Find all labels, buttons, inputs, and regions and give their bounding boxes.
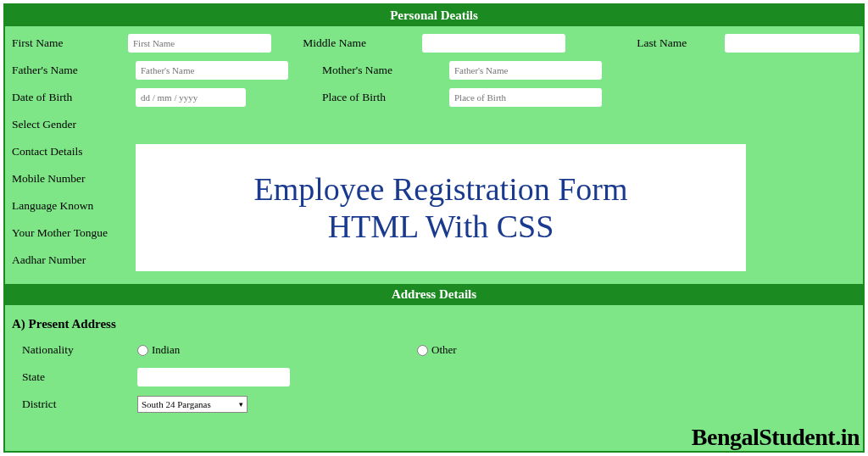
first-name-input[interactable] <box>128 34 271 53</box>
language-known-label: Language Known <box>8 199 136 213</box>
last-name-label: Last Name <box>637 36 724 50</box>
first-name-label: First Name <box>8 36 128 50</box>
mothers-name-input[interactable] <box>449 61 602 80</box>
middle-name-label: Middle Name <box>303 36 422 50</box>
watermark-text: BengalStudent.in <box>692 424 860 451</box>
nationality-indian-label: Indian <box>152 343 180 357</box>
overlay-line-2: HTML With CSS <box>328 208 554 245</box>
select-gender-label: Select Gender <box>8 118 136 131</box>
aadhar-number-label: Aadhar Number <box>8 253 136 267</box>
overlay-banner: Employee Registration Form HTML With CSS <box>136 144 746 271</box>
fathers-name-input[interactable] <box>136 61 288 80</box>
nationality-other-radio[interactable] <box>417 345 428 356</box>
place-of-birth-input[interactable] <box>449 88 602 107</box>
district-label: District <box>19 398 137 411</box>
fathers-name-label: Father's Name <box>8 64 136 77</box>
personal-details-header: Personal Deatils <box>5 5 863 26</box>
dob-label: Date of Birth <box>8 91 136 104</box>
nationality-other-label: Other <box>431 343 457 357</box>
state-input[interactable] <box>137 368 290 386</box>
overlay-line-1: Employee Registration Form <box>253 170 627 208</box>
contact-details-label: Contact Details <box>8 145 136 158</box>
nationality-indian-radio[interactable] <box>137 345 148 356</box>
mobile-number-label: Mobile Number <box>8 172 136 186</box>
chevron-down-icon: ▾ <box>239 400 243 409</box>
place-of-birth-label: Place of Birth <box>322 91 449 104</box>
state-label: State <box>19 370 137 384</box>
dob-input[interactable] <box>136 88 246 107</box>
nationality-label: Nationality <box>19 343 137 357</box>
mother-tongue-label: Your Mother Tongue <box>8 226 153 240</box>
middle-name-input[interactable] <box>422 34 565 53</box>
district-select-value: South 24 Parganas <box>142 399 211 409</box>
mothers-name-label: Mother's Name <box>322 64 449 77</box>
district-select[interactable]: South 24 Parganas ▾ <box>137 396 248 413</box>
last-name-input[interactable] <box>725 34 860 53</box>
present-address-title: A) Present Address <box>8 312 860 340</box>
address-details-header: Address Details <box>5 284 863 305</box>
